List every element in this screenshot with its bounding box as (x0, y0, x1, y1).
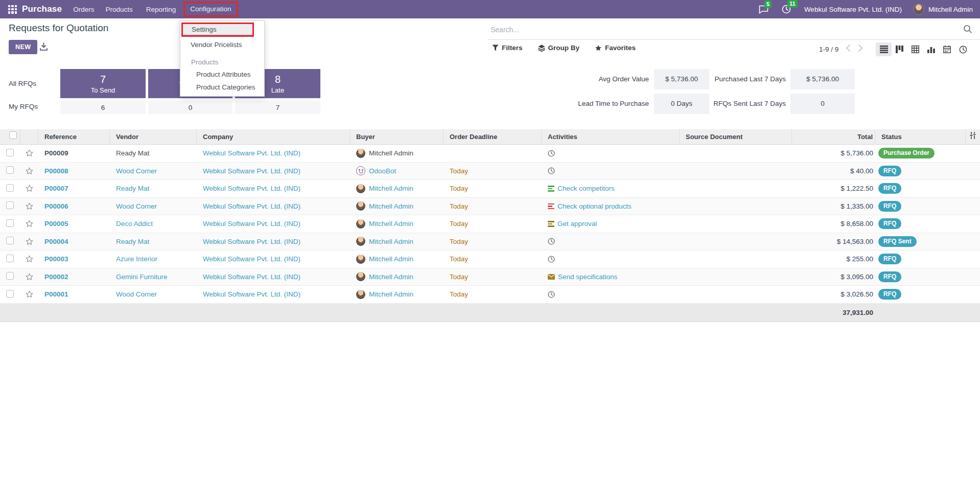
dropdown-item-vendor-pricelists[interactable]: Vendor Pricelists (180, 38, 264, 51)
table-row-p00001[interactable]: P00001Wood CornerWebkul Software Pvt. Lt… (0, 286, 980, 304)
activities-cell[interactable] (542, 167, 680, 174)
row-checkbox[interactable] (6, 184, 14, 192)
new-button[interactable]: NEW (9, 40, 37, 54)
dropdown-item-product-categories[interactable]: Product Categories (180, 81, 264, 94)
menu-configuration[interactable]: Configuration (183, 2, 238, 17)
group-by-button[interactable]: Group By (538, 44, 580, 52)
buyer-cell[interactable]: Mitchell Admin (350, 237, 444, 246)
menu-reporting[interactable]: Reporting (146, 6, 176, 13)
column-header-source-document[interactable]: Source Document (680, 129, 792, 145)
column-header-activities[interactable]: Activities (542, 129, 680, 145)
envelope-icon[interactable] (548, 274, 555, 280)
buyer-cell[interactable]: Mitchell Admin (350, 201, 444, 211)
graph-view-icon[interactable] (923, 42, 939, 56)
vendor-cell[interactable]: Wood Corner (110, 167, 197, 175)
activity-clock-icon[interactable] (548, 150, 555, 157)
today-activity-icon[interactable] (548, 221, 554, 227)
column-header-company[interactable]: Company (197, 129, 350, 145)
activity-label[interactable]: Check competitors (557, 185, 615, 192)
company-cell[interactable]: Webkul Software Pvt. Ltd. (IND) (197, 220, 350, 228)
kpi-my-count-2[interactable]: 7 (235, 101, 320, 114)
company-cell[interactable]: Webkul Software Pvt. Ltd. (IND) (197, 149, 350, 157)
row-checkbox[interactable] (6, 272, 14, 280)
activity-clock-icon[interactable] (548, 256, 555, 263)
company-cell[interactable]: Webkul Software Pvt. Ltd. (IND) (197, 273, 350, 281)
activity-clock-icon[interactable] (548, 167, 555, 174)
column-header-buyer[interactable]: Buyer (350, 129, 444, 145)
column-header-vendor[interactable]: Vendor (110, 129, 197, 145)
row-checkbox[interactable] (6, 166, 14, 174)
kpi-box-to-send[interactable]: 7To Send (60, 69, 146, 98)
vendor-cell[interactable]: Wood Corner (110, 202, 197, 210)
table-row-p00006[interactable]: P00006Wood CornerWebkul Software Pvt. Lt… (0, 198, 980, 216)
filters-button[interactable]: Filters (492, 44, 523, 52)
company-cell[interactable]: Webkul Software Pvt. Ltd. (IND) (197, 185, 350, 192)
menu-orders[interactable]: Orders (73, 6, 94, 13)
search-input[interactable] (491, 22, 930, 37)
dropdown-item-settings[interactable]: Settings (181, 22, 254, 37)
planned-activity-icon[interactable] (548, 186, 554, 192)
activities-button[interactable]: 11 (782, 5, 791, 14)
favorite-star-icon[interactable] (25, 184, 34, 193)
select-all-checkbox[interactable] (9, 131, 17, 139)
company-cell[interactable]: Webkul Software Pvt. Ltd. (IND) (197, 290, 350, 298)
vendor-cell[interactable]: Ready Mat (110, 149, 197, 157)
row-checkbox[interactable] (6, 290, 14, 298)
company-cell[interactable]: Webkul Software Pvt. Ltd. (IND) (197, 255, 350, 263)
favorite-star-icon[interactable] (25, 237, 34, 246)
calendar-view-icon[interactable] (939, 42, 955, 56)
activities-cell[interactable]: Check competitors (542, 185, 680, 192)
row-checkbox[interactable] (6, 201, 14, 209)
row-checkbox[interactable] (6, 255, 14, 262)
activity-label[interactable]: Check optional products (557, 202, 632, 210)
activities-cell[interactable]: Send specifications (542, 273, 680, 281)
activity-view-icon[interactable] (955, 42, 971, 56)
activities-cell[interactable] (542, 238, 680, 245)
company-cell[interactable]: Webkul Software Pvt. Ltd. (IND) (197, 238, 350, 245)
column-header-order-deadline[interactable]: Order Deadline (444, 129, 542, 145)
kanban-view-icon[interactable] (892, 42, 907, 56)
row-checkbox[interactable] (6, 237, 14, 244)
favorite-star-icon[interactable] (25, 149, 34, 157)
activity-label[interactable]: Get approval (557, 220, 597, 228)
vendor-cell[interactable]: Azure Interior (110, 255, 197, 263)
row-checkbox[interactable] (6, 149, 14, 156)
app-name[interactable]: Purchase (22, 4, 62, 14)
table-row-p00007[interactable]: P00007Ready MatWebkul Software Pvt. Ltd.… (0, 180, 980, 198)
user-avatar[interactable] (913, 4, 924, 15)
activities-cell[interactable]: Check optional products (542, 202, 680, 210)
buyer-cell[interactable]: Mitchell Admin (350, 272, 444, 281)
table-row-p00005[interactable]: P00005Deco AddictWebkul Software Pvt. Lt… (0, 215, 980, 233)
vendor-cell[interactable]: Ready Mat (110, 185, 197, 192)
company-cell[interactable]: Webkul Software Pvt. Ltd. (IND) (197, 202, 350, 210)
list-view-icon[interactable] (876, 42, 892, 56)
vendor-cell[interactable]: Wood Corner (110, 290, 197, 298)
dropdown-item-product-attributes[interactable]: Product Attributes (180, 68, 264, 81)
buyer-cell[interactable]: Mitchell Admin (350, 255, 444, 264)
kpi-my-count-0[interactable]: 6 (60, 101, 146, 114)
activity-clock-icon[interactable] (548, 238, 555, 245)
messages-button[interactable]: 5 (759, 5, 768, 14)
vendor-cell[interactable]: Gemini Furniture (110, 273, 197, 281)
company-cell[interactable]: Webkul Software Pvt. Ltd. (IND) (197, 167, 350, 175)
buyer-cell[interactable]: Mitchell Admin (350, 149, 444, 158)
kpi-my-count-1[interactable]: 0 (148, 101, 232, 114)
table-row-p00004[interactable]: P00004Ready MatWebkul Software Pvt. Ltd.… (0, 233, 980, 251)
favorites-button[interactable]: Favorites (595, 44, 636, 52)
favorite-star-icon[interactable] (25, 272, 34, 281)
vendor-cell[interactable]: Ready Mat (110, 238, 197, 245)
company-selector[interactable]: Webkul Software Pvt. Ltd. (IND) (804, 6, 902, 13)
export-download-icon[interactable] (39, 42, 48, 53)
activities-cell[interactable] (542, 256, 680, 263)
table-row-p00003[interactable]: P00003Azure InteriorWebkul Software Pvt.… (0, 251, 980, 268)
favorite-star-icon[interactable] (25, 255, 34, 263)
pager-next-icon[interactable] (858, 44, 863, 54)
overdue-activity-icon[interactable] (548, 203, 554, 210)
pivot-view-icon[interactable] (907, 42, 923, 56)
table-row-p00002[interactable]: P00002Gemini FurnitureWebkul Software Pv… (0, 268, 980, 286)
row-checkbox[interactable] (6, 219, 14, 227)
column-header-total[interactable]: Total (792, 129, 875, 145)
buyer-cell[interactable]: OdooBot (350, 166, 444, 175)
activity-label[interactable]: Send specifications (558, 273, 617, 281)
user-menu[interactable]: Mitchell Admin (928, 6, 973, 13)
